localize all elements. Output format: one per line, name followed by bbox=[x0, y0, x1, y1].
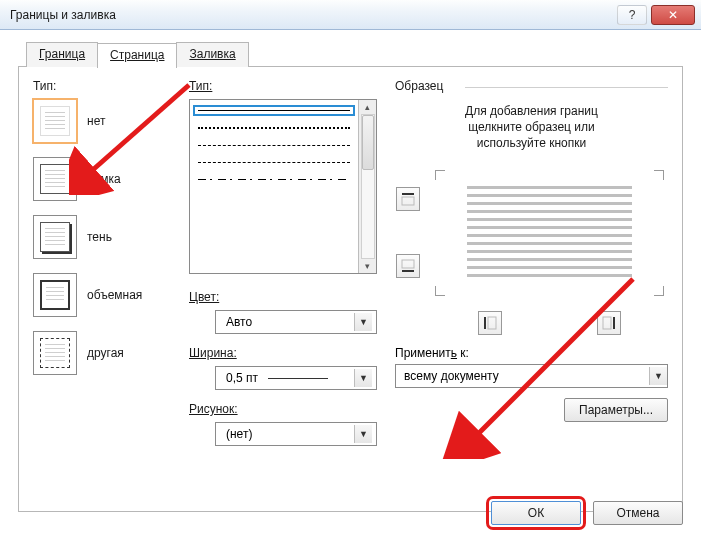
svg-rect-7 bbox=[603, 317, 611, 329]
setting-box[interactable]: рамка bbox=[33, 157, 183, 201]
style-dash[interactable] bbox=[198, 162, 350, 163]
style-dotted[interactable] bbox=[198, 127, 350, 129]
style-scrollbar[interactable]: ▴ ▾ bbox=[358, 100, 376, 273]
color-value: Авто bbox=[226, 315, 252, 329]
preview-page[interactable] bbox=[431, 166, 668, 300]
tab-panel: Тип: нет рамка тень bbox=[18, 66, 683, 512]
style-dash-small[interactable] bbox=[198, 145, 350, 146]
tab-page-label: Страница bbox=[110, 48, 164, 62]
svg-rect-0 bbox=[402, 193, 414, 195]
setting-none-label: нет bbox=[87, 114, 105, 128]
tab-shading-label: Заливка bbox=[189, 47, 235, 61]
svg-rect-3 bbox=[402, 260, 414, 268]
color-label: Цвет: bbox=[189, 290, 377, 304]
chevron-down-icon: ▼ bbox=[354, 313, 372, 331]
setting-box-label: рамка bbox=[87, 172, 121, 186]
art-value: (нет) bbox=[226, 427, 252, 441]
scroll-up-icon[interactable]: ▴ bbox=[365, 102, 370, 112]
chevron-down-icon: ▼ bbox=[354, 425, 372, 443]
setting-custom[interactable]: другая bbox=[33, 331, 183, 375]
preview-hint: Для добавления границ щелкните образец и… bbox=[395, 103, 668, 152]
style-listbox[interactable]: ▴ ▾ bbox=[189, 99, 377, 274]
setting-3d-label: объемная bbox=[87, 288, 142, 302]
preview-legend: Образец bbox=[395, 79, 451, 93]
style-label: Тип: bbox=[189, 79, 377, 93]
setting-shadow-label: тень bbox=[87, 230, 112, 244]
setting-label: Тип: bbox=[33, 79, 183, 93]
svg-rect-2 bbox=[402, 270, 414, 272]
width-label: Ширина: bbox=[189, 346, 377, 360]
scroll-down-icon[interactable]: ▾ bbox=[365, 261, 370, 271]
tab-shading[interactable]: Заливка bbox=[176, 42, 248, 67]
window-title: Границы и заливка bbox=[10, 8, 617, 22]
setting-3d[interactable]: объемная bbox=[33, 273, 183, 317]
width-value: 0,5 пт bbox=[226, 371, 258, 385]
border-bottom-button[interactable] bbox=[396, 254, 420, 278]
help-button[interactable]: ? bbox=[617, 5, 647, 25]
tab-strip: Граница Страница Заливка bbox=[26, 42, 683, 67]
chevron-down-icon: ▼ bbox=[649, 367, 667, 385]
style-dash-dot[interactable] bbox=[198, 179, 350, 180]
tab-borders[interactable]: Граница bbox=[26, 42, 98, 67]
chevron-down-icon: ▼ bbox=[354, 369, 372, 387]
art-label: Рисунок: bbox=[189, 402, 377, 416]
style-solid[interactable] bbox=[198, 110, 350, 111]
border-top-button[interactable] bbox=[396, 187, 420, 211]
color-select[interactable]: Авто ▼ bbox=[215, 310, 377, 334]
art-select[interactable]: (нет) ▼ bbox=[215, 422, 377, 446]
options-button[interactable]: Параметры... bbox=[564, 398, 668, 422]
setting-shadow[interactable]: тень bbox=[33, 215, 183, 259]
border-right-button[interactable] bbox=[597, 311, 621, 335]
close-button[interactable]: ✕ bbox=[651, 5, 695, 25]
svg-rect-5 bbox=[488, 317, 496, 329]
tab-page[interactable]: Страница bbox=[97, 43, 177, 68]
svg-rect-1 bbox=[402, 197, 414, 205]
apply-to-label: Применить к: bbox=[395, 346, 668, 360]
ok-button[interactable]: ОК bbox=[491, 501, 581, 525]
svg-rect-4 bbox=[484, 317, 486, 329]
width-select[interactable]: 0,5 пт ▼ bbox=[215, 366, 377, 390]
apply-to-select[interactable]: всему документу ▼ bbox=[395, 364, 668, 388]
cancel-button[interactable]: Отмена bbox=[593, 501, 683, 525]
apply-to-value: всему документу bbox=[404, 369, 499, 383]
titlebar: Границы и заливка ? ✕ bbox=[0, 0, 701, 30]
setting-none[interactable]: нет bbox=[33, 99, 183, 143]
preview-text-icon bbox=[467, 186, 633, 280]
border-left-button[interactable] bbox=[478, 311, 502, 335]
tab-borders-label: Граница bbox=[39, 47, 85, 61]
setting-custom-label: другая bbox=[87, 346, 124, 360]
svg-rect-6 bbox=[613, 317, 615, 329]
